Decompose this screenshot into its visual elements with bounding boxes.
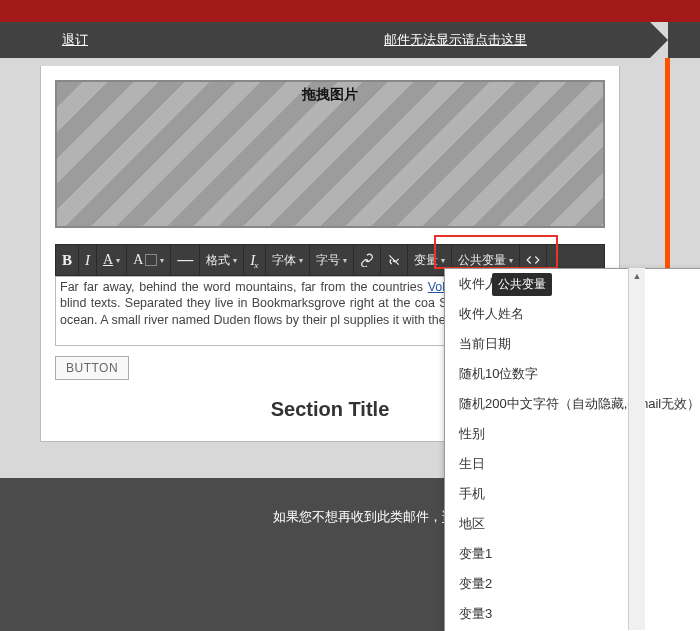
font-family-dropdown[interactable]: 字体: [266, 245, 310, 275]
menu-item[interactable]: 生日: [445, 449, 700, 479]
font-size-dropdown[interactable]: 字号: [310, 245, 354, 275]
image-dropzone[interactable]: 拖拽图片: [55, 80, 605, 228]
hr-button[interactable]: —: [171, 245, 200, 275]
ribbon-notch: [650, 22, 668, 58]
cta-button[interactable]: BUTTON: [55, 356, 129, 380]
menu-item[interactable]: 地区: [445, 509, 700, 539]
menu-item[interactable]: 性别: [445, 419, 700, 449]
menu-item[interactable]: 随机10位数字: [445, 359, 700, 389]
content-area: 如果您不想再收到此类邮件，请 拖拽图片 B I A A — 格式 I 字体 字号…: [0, 58, 700, 631]
font-color-button[interactable]: A: [97, 245, 127, 275]
link-button[interactable]: [354, 245, 381, 275]
scroll-up-icon[interactable]: ▲: [629, 268, 645, 284]
unlink-button[interactable]: [381, 245, 408, 275]
unsubscribe-link[interactable]: 退订: [62, 31, 88, 49]
menu-item[interactable]: 随机200中文字符（自动隐藏,Gmail无效）: [445, 389, 700, 419]
unlink-icon: [387, 253, 401, 267]
bg-color-button[interactable]: A: [127, 245, 171, 275]
menu-item[interactable]: 收件人姓名: [445, 299, 700, 329]
public-variable-menu: 收件人地收件人姓名当前日期随机10位数字随机200中文字符（自动隐藏,Gmail…: [444, 268, 700, 631]
footer-text: 如果您不想再收到此类邮件，请: [273, 508, 455, 526]
menu-item[interactable]: 当前日期: [445, 329, 700, 359]
clear-format-button[interactable]: I: [244, 245, 266, 275]
tooltip-public-var: 公共变量: [492, 273, 552, 296]
code-icon: [526, 253, 540, 267]
italic-button[interactable]: I: [79, 245, 97, 275]
top-red-bar: [0, 0, 700, 22]
header-ribbon: 退订 邮件无法显示请点击这里: [0, 22, 700, 58]
bold-button[interactable]: B: [56, 245, 79, 275]
link-icon: [360, 253, 374, 267]
menu-item[interactable]: 手机: [445, 479, 700, 509]
menu-item[interactable]: 变量2: [445, 569, 700, 599]
menu-item[interactable]: 收件人地: [445, 269, 700, 299]
menu-item[interactable]: 变量1: [445, 539, 700, 569]
view-online-link[interactable]: 邮件无法显示请点击这里: [384, 31, 527, 49]
menu-item[interactable]: 变量3: [445, 599, 700, 629]
image-dropzone-label: 拖拽图片: [57, 86, 603, 104]
dropdown-scrollbar[interactable]: ▲: [628, 268, 645, 630]
format-dropdown[interactable]: 格式: [200, 245, 244, 275]
